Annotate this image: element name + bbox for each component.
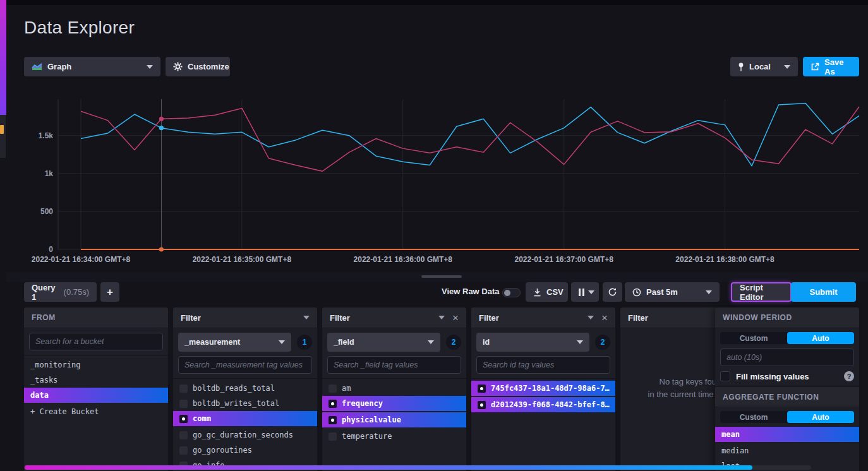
view-raw-data-label: View Raw Data	[442, 287, 500, 296]
export-icon	[811, 63, 819, 71]
bucket-search-input[interactable]	[29, 333, 163, 350]
bucket-item[interactable]: _monitoring	[24, 357, 168, 373]
create-bucket-button[interactable]: + Create Bucket	[24, 404, 168, 419]
close-icon[interactable]: ×	[601, 313, 608, 323]
checkbox-checked	[329, 416, 337, 424]
filter-title: Filter	[330, 313, 350, 323]
tag-value-item-selected[interactable]: frequency	[322, 396, 466, 411]
fill-missing-values-label: Fill missing values	[736, 372, 809, 381]
submit-button[interactable]: Submit	[791, 282, 856, 302]
viz-type-label: Graph	[47, 62, 71, 71]
tag-value-item-selected[interactable]: comm	[173, 411, 317, 426]
aggregate-function-label: mean	[721, 430, 740, 439]
fill-missing-values-row: Fill missing values ?	[715, 370, 859, 386]
tag-value-search-input[interactable]	[327, 356, 461, 374]
tag-key-dropdown[interactable]: _measurement	[178, 333, 291, 352]
viz-type-dropdown[interactable]: Graph	[24, 57, 160, 76]
pin-icon	[738, 63, 744, 71]
nav-sidebar-edge[interactable]	[0, 0, 6, 115]
tag-value-item-selected[interactable]: d2012439-f068-4842-bfef-8…	[471, 397, 615, 412]
bucket-item[interactable]: _tasks	[24, 373, 168, 388]
tag-search-row	[471, 352, 615, 379]
time-range-label: Past 5m	[646, 287, 678, 297]
series-magenta-line	[81, 107, 859, 171]
help-icon[interactable]: ?	[844, 371, 854, 381]
tag-value-label: frequency	[342, 399, 383, 408]
checkbox-checked	[478, 401, 486, 409]
pause-icon	[579, 289, 584, 296]
close-icon[interactable]: ×	[452, 313, 459, 323]
x-axis-tick-label: 2022-01-21 16:38:00 GMT+8	[675, 255, 775, 264]
chevron-down-icon	[428, 340, 434, 344]
tag-value-item[interactable]: temperature	[322, 429, 466, 444]
window-custom-option[interactable]: Custom	[720, 332, 787, 344]
tag-value-search-input[interactable]	[476, 356, 610, 374]
chevron-down-icon[interactable]	[438, 316, 445, 319]
query-tab[interactable]: Query 1 (0.75s)	[24, 282, 97, 302]
script-editor-button[interactable]: Script Editor	[731, 282, 792, 302]
tag-value-item[interactable]: boltdb_reads_total	[173, 381, 317, 396]
tag-value-item-selected[interactable]: 745fc437-18a1-48d7-98a6-7…	[471, 381, 615, 396]
pause-dropdown-button[interactable]	[571, 282, 599, 302]
bucket-label: _tasks	[30, 376, 57, 385]
tag-value-item-selected[interactable]: physicalvalue	[322, 412, 466, 427]
filter-panel-header: Filter ×	[322, 307, 466, 328]
tag-value-search-input[interactable]	[178, 356, 312, 374]
save-as-button[interactable]: Save As	[803, 57, 859, 76]
window-period-input-row	[715, 344, 859, 370]
view-raw-data-toggle[interactable]	[502, 288, 521, 297]
data-explorer-page: Data Explorer Graph Customize	[0, 0, 868, 471]
nav-sidebar-lower-edge	[0, 115, 6, 158]
aggregate-custom-option[interactable]: Custom	[720, 411, 787, 423]
create-bucket-label: + Create Bucket	[30, 407, 99, 416]
chevron-down-icon[interactable]	[303, 316, 310, 319]
time-range-dropdown[interactable]: Past 5m	[625, 282, 720, 302]
selected-count-badge: 2	[595, 335, 610, 350]
tag-value-label: go_goroutines	[193, 446, 252, 455]
horizontal-scrollbar-thumb[interactable]	[25, 465, 752, 470]
bucket-label: data	[30, 391, 49, 400]
tag-value-label: d2012439-f068-4842-bfef-8…	[491, 400, 610, 409]
customize-button[interactable]: Customize	[166, 57, 230, 76]
aggregate-function-item-selected[interactable]: mean	[715, 427, 859, 442]
time-series-chart[interactable]: 05001k1.5k2022-01-21 16:34:00 GMT+82022-…	[24, 88, 862, 271]
aggregate-function-list: mean median last	[715, 423, 859, 471]
tag-value-item[interactable]: am	[322, 381, 466, 396]
tag-value-list: 745fc437-18a1-48d7-98a6-7… d2012439-f068…	[471, 379, 615, 412]
bucket-label: _monitoring	[30, 361, 80, 369]
aggregate-function-item[interactable]: median	[715, 443, 859, 458]
horizontal-scrollbar-track[interactable]	[24, 465, 811, 470]
tag-key-dropdown[interactable]: _field	[327, 333, 440, 352]
checkbox	[329, 385, 337, 393]
script-editor-label: Script Editor	[740, 283, 783, 302]
series-blue-hover-dot	[159, 126, 164, 130]
graph-resize-handle[interactable]	[421, 275, 462, 278]
tag-value-item[interactable]: go_gc_duration_seconds	[173, 427, 317, 443]
window-period-input[interactable]	[720, 349, 854, 366]
filter-panel-id: Filter × id 2 745fc437-18a1-48d7-98a6-7……	[471, 307, 615, 471]
add-query-button[interactable]: +	[100, 282, 119, 302]
top-edge	[6, 0, 868, 5]
tag-value-item[interactable]: go_goroutines	[173, 443, 317, 458]
window-period-header: WINDOW PERIOD	[715, 307, 859, 328]
checkbox	[329, 432, 337, 441]
nav-notification-sliver	[0, 125, 4, 134]
tag-value-item[interactable]: boltdb_writes_total	[173, 396, 317, 411]
refresh-button[interactable]	[603, 282, 622, 302]
save-as-label: Save As	[824, 57, 852, 76]
chevron-down-icon	[577, 340, 583, 344]
scope-dropdown[interactable]: Local	[730, 57, 798, 76]
csv-download-button[interactable]: CSV	[526, 282, 568, 302]
chevron-down-icon[interactable]	[588, 316, 594, 319]
query-duration: (0.75s)	[64, 287, 89, 297]
window-period-title: WINDOW PERIOD	[723, 313, 792, 322]
customize-label: Customize	[188, 62, 229, 71]
bucket-item-selected[interactable]: data	[24, 388, 168, 403]
fill-missing-values-checkbox[interactable]	[720, 371, 730, 381]
y-axis-tick-label: 0	[49, 245, 53, 254]
tag-key-dropdown[interactable]: id	[476, 333, 589, 352]
checkbox-checked	[329, 400, 337, 408]
gear-icon	[173, 62, 183, 71]
aggregate-auto-option[interactable]: Auto	[787, 411, 854, 423]
window-auto-option[interactable]: Auto	[787, 332, 854, 344]
